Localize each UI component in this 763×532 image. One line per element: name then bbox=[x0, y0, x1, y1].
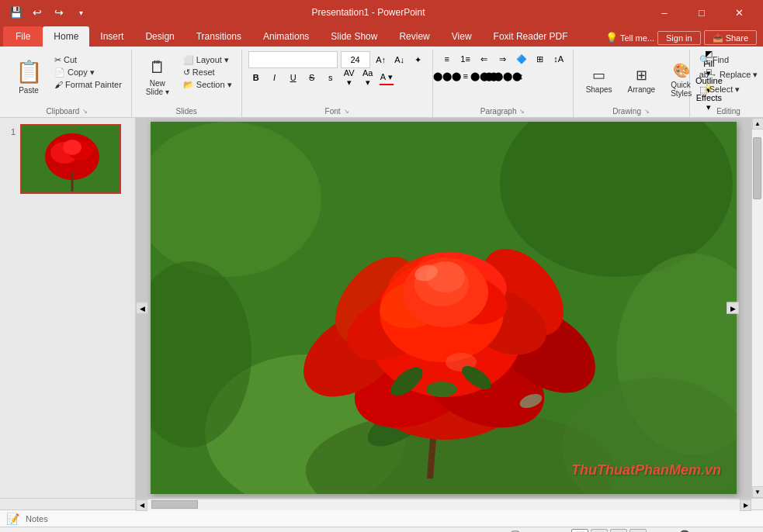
smart-art-btn[interactable]: 🔷 bbox=[514, 51, 529, 67]
decrease-font-btn[interactable]: A↓ bbox=[392, 52, 408, 67]
tab-file[interactable]: File bbox=[3, 26, 43, 47]
tab-animations[interactable]: Animations bbox=[252, 26, 320, 47]
close-btn[interactable]: ✕ bbox=[721, 0, 757, 25]
section-btn[interactable]: 📂 Section ▾ bbox=[180, 79, 235, 91]
find-btn[interactable]: 🔍 Find bbox=[696, 54, 732, 66]
save-quick-btn[interactable]: 💾 bbox=[6, 3, 25, 22]
share-btn[interactable]: 📤 Share bbox=[704, 30, 757, 45]
notes-label[interactable]: Notes bbox=[26, 514, 48, 523]
line-spacing-btn[interactable]: ↕ bbox=[514, 68, 529, 84]
underline-btn[interactable]: U bbox=[286, 70, 301, 85]
slide-number: 1 bbox=[6, 127, 16, 136]
scroll-track[interactable] bbox=[752, 130, 763, 486]
font-size-input[interactable] bbox=[341, 51, 370, 68]
drawing-expand[interactable]: ↘ bbox=[644, 108, 650, 115]
hscroll-track[interactable] bbox=[147, 499, 740, 510]
tab-home[interactable]: Home bbox=[43, 26, 89, 47]
font-expand[interactable]: ↘ bbox=[344, 108, 349, 115]
scroll-corner bbox=[751, 499, 763, 510]
thumb-rose-svg bbox=[22, 126, 121, 194]
customize-quick-btn[interactable]: ▾ bbox=[71, 3, 90, 22]
reset-btn[interactable]: ↺ Reset bbox=[180, 67, 235, 78]
editing-group: 🔍 Find ab→ Replace ▾ ⬚ Select ▾ Editing bbox=[690, 50, 763, 117]
strikethrough-btn[interactable]: S bbox=[304, 70, 320, 85]
slide-canvas[interactable]: ThuThuatPhanMem.vn bbox=[151, 122, 737, 494]
tab-review[interactable]: Review bbox=[388, 26, 440, 47]
reading-view-btn[interactable]: 📖 bbox=[610, 529, 627, 533]
cut-btn[interactable]: ✂ Cut bbox=[51, 54, 125, 66]
font-label: Font ↘ bbox=[248, 105, 426, 117]
cols-btn[interactable]: ⊞ bbox=[532, 51, 548, 67]
increase-font-btn[interactable]: A↑ bbox=[373, 52, 389, 67]
character-spacing-btn[interactable]: AV ▾ bbox=[342, 70, 357, 85]
paragraph-content: ≡ 1≡ ⇐ ⇒ 🔷 ⊞ ↕A ⬤⬤⬤ ≡ ⬤⬤⬤ ⬤⬤⬤⬤ ↕ bbox=[439, 50, 567, 105]
replace-btn[interactable]: ab→ Replace ▾ bbox=[696, 69, 761, 81]
new-slide-label: NewSlide ▾ bbox=[146, 79, 169, 96]
decrease-indent-btn[interactable]: ⇐ bbox=[477, 51, 492, 67]
italic-btn[interactable]: I bbox=[267, 70, 283, 85]
paragraph-expand[interactable]: ↘ bbox=[519, 108, 525, 115]
horizontal-scrollbar[interactable]: ◀ ▶ bbox=[136, 499, 751, 510]
hscroll-right-btn[interactable]: ▶ bbox=[740, 499, 751, 511]
select-btn[interactable]: ⬚ Select ▾ bbox=[696, 84, 744, 95]
paste-btn[interactable]: 📋 Paste bbox=[9, 54, 48, 99]
tab-transitions[interactable]: Transitions bbox=[186, 26, 252, 47]
shapes-btn[interactable]: ▭ Shapes bbox=[580, 64, 619, 95]
slideshow-view-btn[interactable]: ▶ bbox=[629, 529, 647, 533]
increase-indent-btn[interactable]: ⇒ bbox=[495, 51, 511, 67]
format-painter-btn[interactable]: 🖌 Format Painter bbox=[51, 79, 125, 90]
tab-design[interactable]: Design bbox=[134, 26, 185, 47]
para-row2: ⬤⬤⬤ ≡ ⬤⬤⬤ ⬤⬤⬤⬤ ↕ bbox=[439, 68, 529, 84]
svg-point-40 bbox=[426, 382, 457, 397]
slide-left-arrow[interactable]: ◀ bbox=[136, 302, 148, 314]
scroll-thumb[interactable] bbox=[753, 137, 761, 199]
clipboard-expand[interactable]: ↘ bbox=[82, 108, 88, 115]
main-area: ◀ bbox=[136, 118, 751, 498]
normal-view-btn[interactable]: ⬜ bbox=[571, 529, 588, 533]
minimize-btn[interactable]: – bbox=[647, 0, 682, 25]
slide-right-arrow[interactable]: ▶ bbox=[727, 302, 739, 314]
align-left-btn[interactable]: ⬤⬤⬤ bbox=[439, 68, 455, 84]
tell-me-btn[interactable]: 💡 Tell me... bbox=[605, 32, 654, 43]
hscroll-area: ◀ ▶ bbox=[0, 498, 763, 510]
slide-1-thumbnail[interactable] bbox=[20, 124, 121, 194]
vertical-scrollbar[interactable]: ▲ ▼ bbox=[751, 118, 763, 498]
text-dir-btn[interactable]: ↕A bbox=[551, 51, 567, 67]
layout-btn[interactable]: ⬜ Layout ▾ bbox=[180, 54, 235, 66]
text-shadow-btn[interactable]: s bbox=[323, 70, 338, 85]
signin-btn[interactable]: Sign in bbox=[657, 31, 701, 45]
app-body: 1 ◀ bbox=[0, 118, 763, 498]
slide-panel[interactable]: 1 bbox=[0, 118, 136, 498]
undo-quick-btn[interactable]: ↩ bbox=[28, 3, 47, 22]
hscroll-thumb[interactable] bbox=[151, 500, 198, 509]
font-group: A↑ A↓ ✦ B I U S s AV ▾ Aa ▾ A ▾ Font ↘ bbox=[242, 50, 433, 117]
arrange-btn[interactable]: ⊞ Arrange bbox=[622, 64, 662, 95]
scroll-up-btn[interactable]: ▲ bbox=[752, 118, 764, 130]
copy-btn[interactable]: 📄 Copy ▾ bbox=[51, 67, 125, 78]
status-bar-right: 💬 Comments ⬜ ⊞ 📖 ▶ − + 75% bbox=[510, 529, 757, 533]
font-name-input[interactable] bbox=[248, 51, 338, 68]
font-case-btn[interactable]: Aa ▾ bbox=[360, 70, 376, 85]
tab-slideshow[interactable]: Slide Show bbox=[320, 26, 388, 47]
font-color-btn[interactable]: A ▾ bbox=[379, 70, 394, 85]
bold-btn[interactable]: B bbox=[248, 70, 264, 85]
scroll-down-btn[interactable]: ▼ bbox=[752, 486, 764, 498]
window-title: Presentation1 - PowerPoint bbox=[90, 7, 647, 18]
slides-group: 🗒 NewSlide ▾ ⬜ Layout ▾ ↺ Reset 📂 Sectio… bbox=[132, 50, 242, 117]
numbering-btn[interactable]: 1≡ bbox=[458, 51, 473, 67]
clipboard-label: Clipboard ↘ bbox=[9, 105, 125, 117]
tab-foxit[interactable]: Foxit Reader PDF bbox=[483, 26, 579, 47]
new-slide-btn[interactable]: 🗒 NewSlide ▾ bbox=[138, 54, 177, 99]
justify-btn[interactable]: ⬤⬤⬤⬤ bbox=[495, 68, 511, 84]
bullets-btn[interactable]: ≡ bbox=[439, 51, 455, 67]
clear-format-btn[interactable]: ✦ bbox=[411, 52, 426, 67]
quick-access-toolbar: 💾 ↩ ↪ ▾ bbox=[6, 3, 90, 22]
tab-insert[interactable]: Insert bbox=[89, 26, 134, 47]
tab-view[interactable]: View bbox=[441, 26, 483, 47]
hscroll-left-btn[interactable]: ◀ bbox=[136, 499, 147, 511]
restore-btn[interactable]: □ bbox=[684, 0, 720, 25]
slide-1-container: 1 bbox=[6, 124, 129, 194]
slide-sorter-btn[interactable]: ⊞ bbox=[591, 529, 608, 533]
redo-quick-btn[interactable]: ↪ bbox=[50, 3, 68, 22]
slides-label: Slides bbox=[138, 105, 235, 117]
